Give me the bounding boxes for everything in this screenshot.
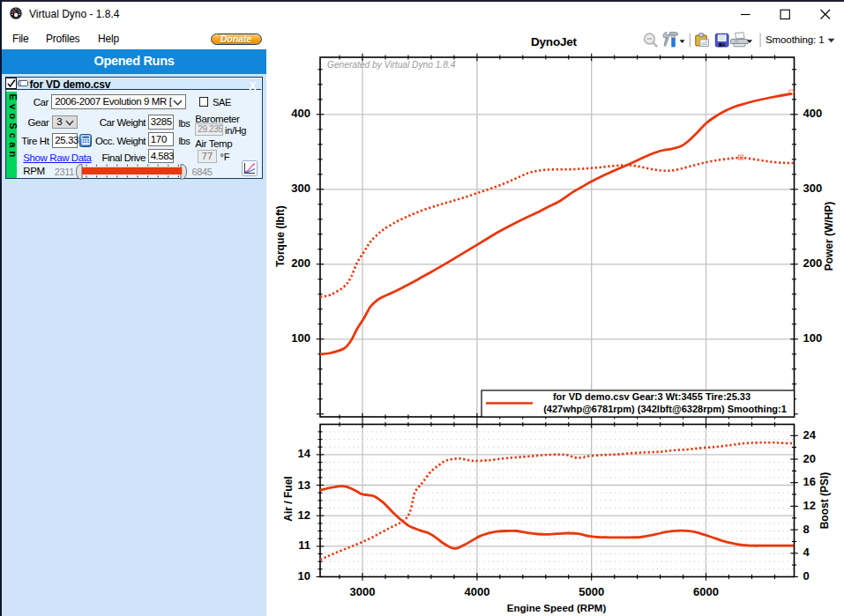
svg-text:6000: 6000 bbox=[693, 585, 719, 598]
svg-text:Boost (PSI): Boost (PSI) bbox=[818, 472, 831, 530]
svg-text:100: 100 bbox=[803, 331, 823, 345]
svg-text:Torque (lbft): Torque (lbft) bbox=[274, 205, 287, 267]
svg-text:400: 400 bbox=[291, 107, 310, 120]
svg-text:11: 11 bbox=[298, 538, 310, 552]
svg-text:20: 20 bbox=[803, 452, 816, 465]
svg-text:(427whp@6781rpm) (342lbft@6328: (427whp@6781rpm) (342lbft@6328rpm) Smoot… bbox=[543, 404, 787, 414]
svg-text:300: 300 bbox=[803, 182, 823, 195]
svg-text:4: 4 bbox=[803, 545, 810, 559]
svg-text:12: 12 bbox=[298, 508, 310, 522]
svg-text:100: 100 bbox=[291, 331, 310, 345]
svg-text:400: 400 bbox=[803, 107, 823, 120]
svg-text:200: 200 bbox=[803, 256, 823, 270]
svg-text:12: 12 bbox=[803, 499, 816, 512]
svg-text:8: 8 bbox=[803, 523, 810, 536]
svg-text:Power (W/HP): Power (W/HP) bbox=[823, 202, 835, 271]
svg-text:3000: 3000 bbox=[350, 585, 376, 598]
svg-text:13: 13 bbox=[298, 479, 310, 492]
svg-text:Generated by Virtual Dyno 1.8.: Generated by Virtual Dyno 1.8.4 bbox=[327, 60, 456, 70]
svg-text:0: 0 bbox=[803, 569, 810, 583]
svg-text:5000: 5000 bbox=[579, 585, 604, 598]
svg-text:200: 200 bbox=[291, 256, 310, 270]
svg-text:16: 16 bbox=[803, 475, 816, 488]
svg-text:Engine Speed (RPM): Engine Speed (RPM) bbox=[507, 603, 607, 613]
svg-text:14: 14 bbox=[298, 447, 311, 460]
svg-text:300: 300 bbox=[291, 182, 310, 195]
svg-text:24: 24 bbox=[803, 428, 817, 442]
svg-text:Air / Fuel: Air / Fuel bbox=[282, 476, 295, 521]
svg-text:10: 10 bbox=[298, 569, 310, 583]
svg-text:for VD demo.csv Gear:3 Wt:3455: for VD demo.csv Gear:3 Wt:3455 Tire:25.3… bbox=[553, 391, 751, 402]
svg-text:4000: 4000 bbox=[464, 585, 489, 598]
